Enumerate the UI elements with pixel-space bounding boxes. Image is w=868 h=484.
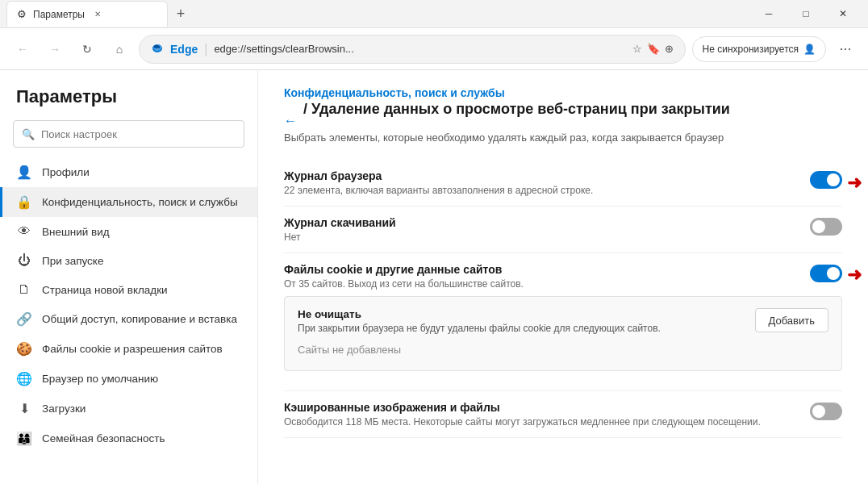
appearance-icon: 👁 — [16, 224, 32, 239]
avatar-icon: 👤 — [803, 44, 816, 55]
setting-desc: Освободится 118 МБ места. Некоторые сайт… — [284, 416, 762, 428]
setting-label: Журнал браузера — [284, 169, 762, 182]
sidebar-item-label: Внешний вид — [42, 226, 110, 238]
collection-icon[interactable]: ⊕ — [665, 43, 674, 55]
setting-info: Кэшированные изображения и файлы Освобод… — [284, 401, 810, 428]
restore-button[interactable]: □ — [787, 0, 824, 28]
page-subtitle: Выбрать элементы, которые необходимо уда… — [284, 131, 842, 144]
setting-label: Журнал скачиваний — [284, 216, 762, 229]
cached-toggle[interactable] — [810, 403, 842, 420]
close-window-button[interactable]: ✕ — [824, 0, 862, 28]
sync-label: Не синхронизируется — [703, 44, 799, 55]
main-layout: Параметры 🔍 👤 Профили 🔒 Конфиденциальнос… — [0, 70, 868, 484]
search-box[interactable]: 🔍 — [13, 120, 244, 148]
address-text: edge://settings/clearBrowsin... — [214, 43, 625, 55]
add-tab-button[interactable]: + — [168, 1, 194, 27]
back-button[interactable]: ← — [10, 36, 35, 62]
sidebar-item-label: При запуске — [42, 255, 103, 267]
sidebar-item-startup[interactable]: ⏻ При запуске — [0, 246, 257, 275]
cookies-toggle[interactable] — [810, 265, 842, 282]
sidebar-item-new-tab[interactable]: 🗋 Страница новой вкладки — [0, 275, 257, 304]
sidebar-item-appearance[interactable]: 👁 Внешний вид — [0, 217, 257, 246]
tab-label: Параметры — [33, 9, 85, 20]
back-row: ← / Удаление данных о просмотре веб-стра… — [284, 101, 842, 128]
minimize-button[interactable]: ─ — [750, 0, 787, 28]
sidebar-item-label: Общий доступ, копирование и вставка — [42, 313, 237, 325]
setting-info: Журнал скачиваний Нет — [284, 216, 810, 243]
newtab-icon: 🗋 — [16, 282, 32, 297]
edge-logo — [151, 41, 164, 56]
no-sites-label: Сайты не добавлены — [298, 340, 828, 359]
tab-settings-icon: ⚙ — [17, 8, 27, 20]
setting-row-cookies: Файлы cookie и другие данные сайтов От 3… — [284, 253, 842, 391]
edge-label: Edge — [170, 43, 198, 56]
toggle-track[interactable] — [810, 403, 842, 420]
sidebar-item-default-browser[interactable]: 🌐 Браузер по умолчанию — [0, 364, 257, 394]
lock-icon: 🔒 — [16, 194, 32, 210]
default-browser-icon: 🌐 — [16, 371, 32, 386]
sharing-icon: 🔗 — [16, 311, 32, 327]
toggle-track[interactable] — [810, 218, 842, 236]
refresh-button[interactable]: ↻ — [74, 36, 100, 62]
setting-desc: От 35 сайтов. Выход из сети на большинст… — [284, 278, 762, 290]
more-button[interactable]: ··· — [833, 36, 858, 62]
star-icon[interactable]: ☆ — [632, 43, 642, 55]
tab-close-button[interactable]: ✕ — [91, 8, 104, 21]
sidebar-item-downloads[interactable]: ⬇ Загрузки — [0, 394, 257, 424]
address-icons: ☆ 🔖 ⊕ — [632, 43, 674, 55]
toggle-track[interactable] — [810, 265, 842, 282]
active-tab[interactable]: ⚙ Параметры ✕ — [6, 1, 168, 27]
add-site-button[interactable]: Добавить — [755, 308, 828, 332]
setting-info: Файлы cookie и другие данные сайтов От 3… — [284, 263, 810, 290]
startup-icon: ⏻ — [16, 253, 32, 268]
setting-label: Файлы cookie и другие данные сайтов — [284, 263, 762, 276]
sidebar-item-family[interactable]: 👨‍👩‍👦 Семейная безопасность — [0, 424, 257, 453]
sidebar-item-profiles[interactable]: 👤 Профили — [0, 157, 257, 187]
search-input[interactable] — [41, 128, 236, 140]
sidebar: Параметры 🔍 👤 Профили 🔒 Конфиденциальнос… — [0, 70, 258, 484]
tab-area: ⚙ Параметры ✕ + — [6, 0, 194, 28]
setting-label: Кэшированные изображения и файлы — [284, 401, 762, 414]
exclusion-info: Не очищать При закрытии браузера не буду… — [298, 308, 661, 334]
forward-button[interactable]: → — [42, 36, 68, 62]
address-field[interactable]: Edge | edge://settings/clearBrowsin... ☆… — [139, 35, 686, 64]
sidebar-item-sharing[interactable]: 🔗 Общий доступ, копирование и вставка — [0, 304, 257, 334]
sidebar-item-label: Семейная безопасность — [42, 432, 165, 444]
sidebar-item-privacy[interactable]: 🔒 Конфиденциальность, поиск и службы — [0, 187, 257, 217]
sync-button[interactable]: Не синхронизируется 👤 — [692, 36, 826, 62]
exclusion-desc: При закрытии браузера не будут удалены ф… — [298, 323, 661, 334]
toggle-track[interactable] — [810, 171, 842, 189]
address-divider: | — [204, 42, 207, 56]
home-button[interactable]: ⌂ — [106, 36, 132, 62]
breadcrumb-link[interactable]: Конфиденциальность, поиск и службы — [284, 86, 842, 99]
sidebar-title: Параметры — [0, 86, 257, 120]
setting-row-download-history: Журнал скачиваний Нет — [284, 207, 842, 253]
sidebar-item-label: Файлы cookie и разрешения сайтов — [42, 343, 223, 355]
family-icon: 👨‍👩‍👦 — [16, 431, 32, 446]
red-arrow-1: ➜ — [847, 173, 862, 194]
setting-desc: Нет — [284, 232, 762, 243]
title-bar: ⚙ Параметры ✕ + ─ □ ✕ — [0, 0, 868, 28]
sidebar-item-label: Браузер по умолчанию — [42, 373, 158, 385]
setting-row-cached: Кэшированные изображения и файлы Освобод… — [284, 391, 842, 438]
downloads-icon: ⬇ — [16, 401, 32, 416]
toggle-thumb — [812, 220, 825, 233]
sidebar-item-label: Профили — [42, 166, 90, 178]
setting-desc: 22 элемента, включая варианты автозаполн… — [284, 185, 762, 196]
exclusion-title: Не очищать — [298, 308, 661, 320]
exclusion-box: Не очищать При закрытии браузера не буду… — [284, 296, 842, 371]
setting-info: Журнал браузера 22 элемента, включая вар… — [284, 169, 810, 196]
toggle-thumb — [812, 405, 825, 418]
bookmark-icon[interactable]: 🔖 — [647, 43, 660, 55]
sidebar-item-label: Загрузки — [42, 403, 86, 415]
sidebar-item-cookies[interactable]: 🍪 Файлы cookie и разрешения сайтов — [0, 334, 257, 364]
page-title: / Удаление данных о просмотре веб-страни… — [303, 101, 730, 118]
toggle-thumb — [827, 267, 840, 280]
download-history-toggle[interactable] — [810, 218, 842, 236]
exclusion-header: Не очищать При закрытии браузера не буду… — [298, 308, 828, 334]
toggle-thumb — [827, 173, 840, 186]
window-controls: ─ □ ✕ — [750, 0, 862, 28]
browser-history-toggle[interactable] — [810, 171, 842, 189]
back-arrow[interactable]: ← — [284, 114, 297, 128]
red-arrow-2: ➜ — [847, 265, 862, 286]
